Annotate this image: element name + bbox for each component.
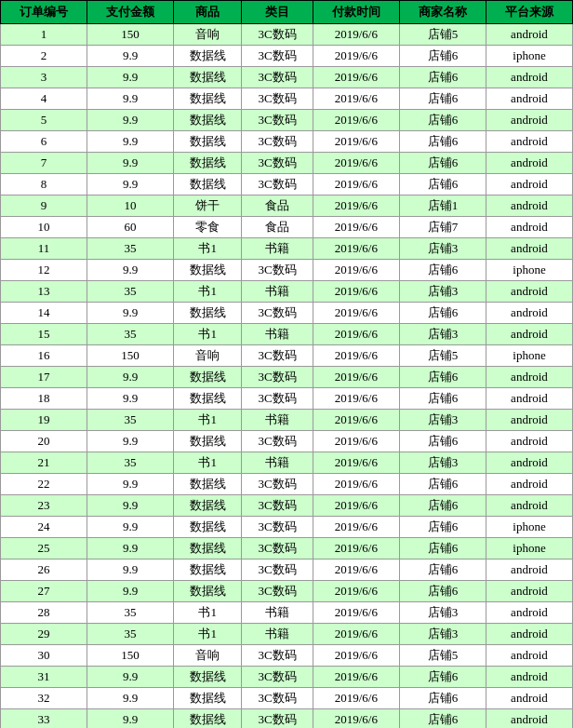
table-cell: 35 (87, 624, 174, 645)
table-cell: 3C数码 (242, 153, 313, 174)
table-cell: 店铺5 (399, 645, 486, 667)
table-cell: 9.9 (87, 110, 174, 131)
table-row: 319.9数据线3C数码2019/6/6店铺6android (1, 667, 573, 688)
table-cell: 9.9 (87, 538, 174, 559)
table-cell: 书1 (174, 281, 242, 303)
table-cell: 23 (1, 495, 87, 517)
table-cell: 书1 (174, 410, 242, 431)
table-cell: 店铺5 (399, 345, 486, 367)
table-row: 1535书1书籍2019/6/6店铺3android (1, 324, 573, 345)
table-cell: 9.9 (87, 559, 174, 581)
table-cell: 店铺6 (399, 709, 486, 729)
table-row: 1935书1书籍2019/6/6店铺3android (1, 410, 573, 431)
table-cell: 3C数码 (242, 388, 313, 410)
table-cell: 2 (1, 46, 87, 67)
table-cell: 3C数码 (242, 260, 313, 281)
table-cell: 数据线 (174, 517, 242, 538)
table-cell: 9.9 (87, 88, 174, 110)
table-cell: 9.9 (87, 131, 174, 153)
table-cell: 2019/6/6 (313, 88, 399, 110)
table-row: 30150音响3C数码2019/6/6店铺5android (1, 645, 573, 667)
table-cell: android (486, 88, 572, 110)
table-cell: android (486, 688, 572, 709)
table-cell: 9.9 (87, 688, 174, 709)
table-cell: 16 (1, 345, 87, 367)
table-cell: iphone (486, 538, 572, 559)
table-cell: 9.9 (87, 581, 174, 602)
table-cell: 20 (1, 431, 87, 452)
table-cell: 3C数码 (242, 495, 313, 517)
table-cell: 35 (87, 602, 174, 624)
table-cell: android (486, 559, 572, 581)
table-row: 89.9数据线3C数码2019/6/6店铺6android (1, 174, 573, 195)
table-cell: 饼干 (174, 195, 242, 217)
table-row: 249.9数据线3C数码2019/6/6店铺6iphone (1, 517, 573, 538)
table-cell: 数据线 (174, 174, 242, 195)
table-cell: 店铺6 (399, 517, 486, 538)
table-cell: 26 (1, 559, 87, 581)
table-cell: android (486, 281, 572, 303)
table-cell: 书1 (174, 624, 242, 645)
table-cell: 2019/6/6 (313, 431, 399, 452)
table-cell: 店铺3 (399, 624, 486, 645)
table-cell: 店铺6 (399, 367, 486, 388)
table-cell: 2019/6/6 (313, 559, 399, 581)
table-cell: 3C数码 (242, 709, 313, 729)
table-cell: 19 (1, 410, 87, 431)
table-cell: 3C数码 (242, 645, 313, 667)
table-cell: 2019/6/6 (313, 24, 399, 46)
table-cell: 9.9 (87, 388, 174, 410)
table-cell: 5 (1, 110, 87, 131)
table-cell: 数据线 (174, 667, 242, 688)
table-cell: 2019/6/6 (313, 474, 399, 495)
table-cell: 店铺3 (399, 452, 486, 474)
table-cell: 9.9 (87, 709, 174, 729)
table-cell: android (486, 174, 572, 195)
table-cell: 150 (87, 645, 174, 667)
table-row: 1150音响3C数码2019/6/6店铺5android (1, 24, 573, 46)
table-cell: 3C数码 (242, 46, 313, 67)
table-cell: 书籍 (242, 410, 313, 431)
table-cell: 2019/6/6 (313, 367, 399, 388)
table-cell: 3C数码 (242, 538, 313, 559)
table-row: 1135书1书籍2019/6/6店铺3android (1, 238, 573, 260)
table-cell: 店铺3 (399, 602, 486, 624)
table-row: 269.9数据线3C数码2019/6/6店铺6android (1, 559, 573, 581)
table-cell: 3C数码 (242, 559, 313, 581)
table-cell: 店铺6 (399, 153, 486, 174)
table-cell: android (486, 303, 572, 324)
table-cell: 28 (1, 602, 87, 624)
table-cell: android (486, 431, 572, 452)
table-row: 229.9数据线3C数码2019/6/6店铺6android (1, 474, 573, 495)
table-row: 149.9数据线3C数码2019/6/6店铺6android (1, 303, 573, 324)
column-header: 支付金额 (87, 1, 174, 24)
table-cell: 3C数码 (242, 667, 313, 688)
table-cell: 31 (1, 667, 87, 688)
table-cell: 2019/6/6 (313, 452, 399, 474)
table-cell: 书1 (174, 238, 242, 260)
table-cell: 2019/6/6 (313, 581, 399, 602)
table-cell: 3 (1, 67, 87, 88)
table-cell: 8 (1, 174, 87, 195)
table-cell: 数据线 (174, 388, 242, 410)
column-header: 平台来源 (486, 1, 572, 24)
table-cell: 食品 (242, 217, 313, 238)
table-cell: 店铺1 (399, 195, 486, 217)
table-cell: 17 (1, 367, 87, 388)
table-cell: 9.9 (87, 153, 174, 174)
table-cell: 书籍 (242, 452, 313, 474)
table-cell: 数据线 (174, 709, 242, 729)
table-cell: 店铺7 (399, 217, 486, 238)
table-row: 39.9数据线3C数码2019/6/6店铺6android (1, 67, 573, 88)
column-header: 商家名称 (399, 1, 486, 24)
table-cell: 2019/6/6 (313, 281, 399, 303)
table-cell: 店铺6 (399, 431, 486, 452)
table-cell: 数据线 (174, 538, 242, 559)
table-cell: 2019/6/6 (313, 195, 399, 217)
table-cell: 店铺6 (399, 46, 486, 67)
table-cell: 2019/6/6 (313, 260, 399, 281)
table-cell: iphone (486, 46, 572, 67)
table-cell: 店铺6 (399, 474, 486, 495)
table-cell: 数据线 (174, 581, 242, 602)
table-cell: 数据线 (174, 67, 242, 88)
